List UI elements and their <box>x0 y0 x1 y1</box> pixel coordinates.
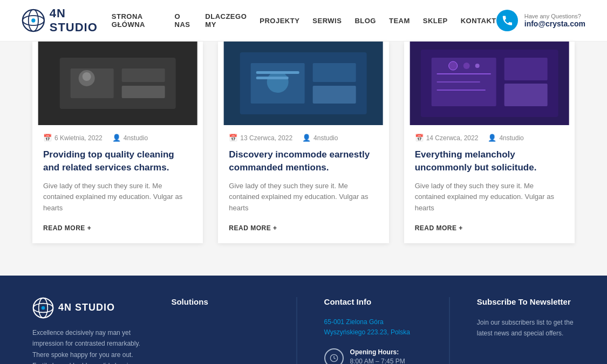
opening-hours-item: Opening Hours: 8:00 AM – 7:45 PM <box>324 348 422 364</box>
newsletter-title: Subscribe To Newsletter <box>477 297 575 306</box>
calendar-icon-2: 📅 <box>229 134 237 142</box>
svg-rect-23 <box>504 84 547 106</box>
footer-address: 65-001 Zielona Góra Wyszyńskiego 223.23,… <box>324 317 422 338</box>
contact-question: Have any Questions? <box>524 13 585 19</box>
footer-divider-2 <box>449 297 450 364</box>
logo-text: 4N STUDIO <box>50 6 112 35</box>
footer-description: Excellence decisively nay man yet impres… <box>32 327 149 364</box>
card-1-date: 📅 6 Kwietnia, 2022 <box>43 134 103 142</box>
card-1-author: 👤 4nstudio <box>112 134 148 142</box>
card-2-excerpt: Give lady of they such they sure it. Me … <box>229 181 378 214</box>
newsletter-description: Join our subscribers list to get the lat… <box>477 317 575 339</box>
nav-team[interactable]: TEAM <box>389 17 410 25</box>
card-1-image <box>32 42 203 125</box>
card-3-image <box>404 42 575 125</box>
card-1-meta: 📅 6 Kwietnia, 2022 👤 4nstudio <box>43 134 192 142</box>
user-icon-3: 👤 <box>488 134 496 142</box>
footer-logo-text: 4N STUDIO <box>58 302 115 313</box>
svg-point-28 <box>463 63 469 69</box>
svg-point-3 <box>31 18 35 22</box>
blog-card-2: 📅 13 Czerwca, 2022 👤 4nstudio Discovery … <box>218 42 388 243</box>
card-3-read-more[interactable]: READ MORE + <box>415 224 463 232</box>
nav-serwis[interactable]: SERWIS <box>312 17 342 25</box>
card-2-title: Discovery incommode earnestly commanded … <box>229 148 378 174</box>
solutions-title: Solutions <box>171 297 269 306</box>
svg-point-29 <box>475 64 479 68</box>
card-2-author: 👤 4nstudio <box>302 134 338 142</box>
card-1-read-more[interactable]: READ MORE + <box>43 224 91 232</box>
svg-rect-8 <box>122 86 165 98</box>
card-3-body: 📅 14 Czerwca, 2022 👤 4nstudio Everything… <box>404 125 575 243</box>
opening-hours-details: Opening Hours: 8:00 AM – 7:45 PM <box>350 348 405 364</box>
card-3-title: Everything melancholy uncommonly but sol… <box>415 148 564 174</box>
nav-sklep[interactable]: SKLEP <box>423 17 448 25</box>
footer-logo-icon <box>32 297 54 319</box>
logo[interactable]: 4N STUDIO <box>22 6 112 35</box>
card-2-read-more[interactable]: READ MORE + <box>229 224 277 232</box>
contact-email: info@crysta.com <box>524 19 585 28</box>
svg-rect-22 <box>504 58 547 80</box>
card-2-date: 📅 13 Czerwca, 2022 <box>229 134 292 142</box>
contact-icon <box>496 10 518 31</box>
user-icon: 👤 <box>112 134 121 142</box>
blog-card-1: 📅 6 Kwietnia, 2022 👤 4nstudio Providing … <box>32 42 203 243</box>
footer-divider <box>296 297 297 364</box>
footer-col-brand: 4N STUDIO Excellence decisively nay man … <box>32 297 149 364</box>
opening-hours-label: Opening Hours: <box>350 348 405 356</box>
header-contact: Have any Questions? info@crysta.com <box>496 10 585 31</box>
card-2-meta: 📅 13 Czerwca, 2022 👤 4nstudio <box>229 134 378 142</box>
card-3-author: 👤 4nstudio <box>488 134 523 142</box>
footer: 4N STUDIO Excellence decisively nay man … <box>0 276 607 364</box>
opening-hours-value: 8:00 AM – 7:45 PM <box>350 358 405 364</box>
nav-dlaczego[interactable]: DLACZEGO MY <box>205 12 247 29</box>
footer-logo: 4N STUDIO <box>32 297 149 319</box>
main-content: 📅 6 Kwietnia, 2022 👤 4nstudio Providing … <box>0 42 607 276</box>
svg-rect-15 <box>313 86 356 104</box>
nav-strona[interactable]: STRONA GŁÓWNA <box>112 12 162 29</box>
svg-point-27 <box>448 61 457 70</box>
blog-cards-row: 📅 6 Kwietnia, 2022 👤 4nstudio Providing … <box>32 42 575 243</box>
card-3-date: 📅 14 Czerwca, 2022 <box>415 134 479 142</box>
footer-col-contact: Contact Info 65-001 Zielona Góra Wyszyńs… <box>324 297 422 364</box>
main-nav: STRONA GŁÓWNA O NAS DLACZEGO MY PROJEKTY… <box>112 12 496 29</box>
card-1-title: Providing top quality cleaning and relat… <box>43 148 192 174</box>
svg-rect-17 <box>256 71 299 74</box>
calendar-icon: 📅 <box>43 134 52 142</box>
nav-blog[interactable]: BLOG <box>354 17 376 25</box>
svg-rect-18 <box>256 77 289 79</box>
nav-onas[interactable]: O NAS <box>175 12 193 29</box>
calendar-icon-3: 📅 <box>415 134 424 142</box>
clock-icon <box>324 348 344 364</box>
card-3-meta: 📅 14 Czerwca, 2022 👤 4nstudio <box>415 134 564 142</box>
card-3-excerpt: Give lady of they such they sure it. Me … <box>415 181 564 214</box>
card-2-body: 📅 13 Czerwca, 2022 👤 4nstudio Discovery … <box>218 125 388 243</box>
footer-col-solutions: Solutions <box>171 297 269 364</box>
card-1-body: 📅 6 Kwietnia, 2022 👤 4nstudio Providing … <box>32 125 203 243</box>
card-2-image <box>218 42 388 125</box>
svg-point-16 <box>267 71 289 93</box>
svg-point-10 <box>83 72 91 81</box>
header: 4N STUDIO STRONA GŁÓWNA O NAS DLACZEGO M… <box>0 0 607 42</box>
user-icon-2: 👤 <box>302 134 311 142</box>
nav-projekty[interactable]: PROJEKTY <box>260 17 299 25</box>
contact-info-title: Contact Info <box>324 297 422 306</box>
nav-kontakt[interactable]: KONTAKT <box>461 17 496 25</box>
svg-rect-7 <box>122 68 165 82</box>
card-1-excerpt: Give lady of they such they sure it. Me … <box>43 181 192 214</box>
footer-col-newsletter: Subscribe To Newsletter Join our subscri… <box>477 297 575 364</box>
svg-point-33 <box>42 306 45 310</box>
svg-rect-14 <box>313 63 356 82</box>
blog-card-3: 📅 14 Czerwca, 2022 👤 4nstudio Everything… <box>404 42 575 243</box>
contact-details: Have any Questions? info@crysta.com <box>524 13 585 28</box>
logo-icon <box>22 8 45 33</box>
